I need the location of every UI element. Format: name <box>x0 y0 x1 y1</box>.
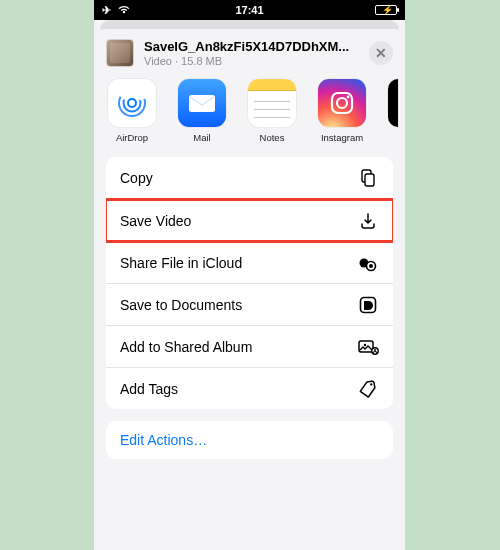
download-icon <box>357 210 379 232</box>
share-target-notes[interactable]: Notes <box>248 79 296 143</box>
action-share-icloud[interactable]: Share File in iCloud <box>106 241 393 283</box>
action-save-documents[interactable]: Save to Documents <box>106 283 393 325</box>
action-label: Add Tags <box>120 381 178 397</box>
share-target-instagram[interactable]: Instagram <box>318 79 366 143</box>
wifi-icon <box>117 4 131 16</box>
svg-point-14 <box>364 343 366 345</box>
file-subtitle: Video · 15.8 MB <box>144 55 359 67</box>
documents-app-icon <box>357 294 379 316</box>
share-target-airdrop[interactable]: AirDrop <box>108 79 156 143</box>
file-thumbnail <box>106 39 134 67</box>
svg-point-17 <box>370 382 373 385</box>
close-icon: ✕ <box>375 45 387 61</box>
edit-actions-button[interactable]: Edit Actions… <box>106 421 393 459</box>
svg-rect-13 <box>359 341 373 352</box>
svg-point-1 <box>124 95 141 112</box>
actions-list: Copy Save Video Share <box>106 157 393 409</box>
svg-point-5 <box>337 98 347 108</box>
svg-point-6 <box>347 96 350 99</box>
action-copy[interactable]: Copy <box>106 157 393 199</box>
clock: 17:41 <box>200 4 298 16</box>
action-label: Save Video <box>120 213 191 229</box>
instagram-icon <box>318 79 366 127</box>
share-target-label: Mail <box>193 132 210 143</box>
icloud-share-icon <box>357 252 379 274</box>
battery-icon: ⚡ <box>375 5 397 15</box>
action-add-tags[interactable]: Add Tags <box>106 367 393 409</box>
action-label: Add to Shared Album <box>120 339 252 355</box>
action-label: Copy <box>120 170 153 186</box>
action-label: Share File in iCloud <box>120 255 242 271</box>
file-title: SaveIG_An8kzFi5X14D7DDhXM... <box>144 39 359 54</box>
svg-point-0 <box>128 99 136 107</box>
share-target-mail[interactable]: Mail <box>178 79 226 143</box>
airdrop-icon <box>108 79 156 127</box>
action-label: Save to Documents <box>120 297 242 313</box>
action-save-video[interactable]: Save Video <box>106 199 393 241</box>
svg-rect-8 <box>365 174 374 186</box>
airplane-icon: ✈ <box>102 4 111 17</box>
share-target-label: Notes <box>260 132 285 143</box>
share-target-label: AirDrop <box>116 132 148 143</box>
phone-frame: ✈ 17:41 ⚡ SaveIG_An8kzFi5X14D7DDhXM... V… <box>94 0 405 550</box>
shared-album-icon <box>357 336 379 358</box>
tag-icon <box>357 378 379 400</box>
svg-point-16 <box>374 349 376 351</box>
share-target-label: Instagram <box>321 132 363 143</box>
svg-point-11 <box>369 264 373 268</box>
notes-icon <box>248 79 296 127</box>
sheet-header: SaveIG_An8kzFi5X14D7DDhXM... Video · 15.… <box>94 29 405 75</box>
share-target-overflow[interactable] <box>388 79 398 127</box>
svg-rect-3 <box>189 95 215 112</box>
status-bar: ✈ 17:41 ⚡ <box>94 0 405 20</box>
share-targets: AirDrop Mail Notes <box>94 75 405 155</box>
share-sheet: SaveIG_An8kzFi5X14D7DDhXM... Video · 15.… <box>94 29 405 550</box>
action-add-shared-album[interactable]: Add to Shared Album <box>106 325 393 367</box>
close-button[interactable]: ✕ <box>369 41 393 65</box>
mail-icon <box>178 79 226 127</box>
svg-rect-4 <box>332 93 352 113</box>
copy-icon <box>357 167 379 189</box>
